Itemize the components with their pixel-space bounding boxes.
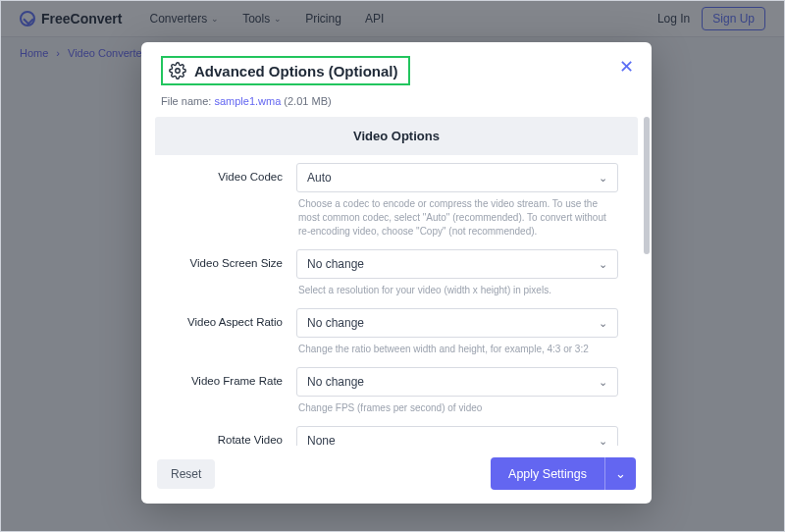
select-value: Auto bbox=[307, 171, 332, 185]
close-icon[interactable]: ✕ bbox=[619, 58, 634, 76]
file-name: sample1.wma bbox=[214, 95, 281, 107]
file-info: File name: sample1.wma (2.01 MB) bbox=[141, 95, 652, 117]
modal-title: Advanced Options (Optional) bbox=[194, 63, 398, 80]
option-hint: Change the ratio between width and heigh… bbox=[296, 338, 618, 359]
select-value: No change bbox=[307, 375, 364, 389]
option-label: Video Frame Rate bbox=[175, 367, 283, 418]
video-frame-rate-select[interactable]: No change ⌄ bbox=[296, 367, 618, 397]
chevron-down-icon: ⌄ bbox=[599, 258, 607, 271]
modal-title-group: Advanced Options (Optional) bbox=[161, 56, 410, 85]
option-label: Video Screen Size bbox=[175, 249, 283, 300]
modal-footer: Reset Apply Settings ⌄ bbox=[141, 446, 652, 504]
chevron-down-icon: ⌄ bbox=[615, 466, 626, 481]
apply-dropdown-button[interactable]: ⌄ bbox=[604, 457, 636, 490]
option-label: Rotate Video bbox=[175, 426, 283, 446]
svg-point-0 bbox=[176, 69, 181, 74]
modal-header: Advanced Options (Optional) ✕ bbox=[141, 42, 652, 95]
reset-button[interactable]: Reset bbox=[157, 459, 215, 489]
option-hint: Choose a codec to encode or compress the… bbox=[296, 192, 618, 241]
gear-icon bbox=[169, 62, 186, 80]
video-aspect-ratio-select[interactable]: No change ⌄ bbox=[296, 308, 618, 338]
option-label: Video Codec bbox=[175, 163, 283, 241]
section-header-video: Video Options bbox=[155, 117, 638, 155]
chevron-down-icon: ⌄ bbox=[599, 376, 607, 389]
file-label: File name: bbox=[161, 95, 211, 107]
chevron-down-icon: ⌄ bbox=[599, 172, 607, 185]
rotate-video-select[interactable]: None ⌄ bbox=[296, 426, 618, 446]
video-codec-select[interactable]: Auto ⌄ bbox=[296, 163, 618, 192]
select-value: No change bbox=[307, 316, 364, 330]
option-hint: Select a resolution for your video (widt… bbox=[296, 279, 618, 300]
select-value: None bbox=[307, 434, 336, 446]
apply-button-group: Apply Settings ⌄ bbox=[491, 457, 636, 490]
option-hint: Change FPS (frames per second) of video bbox=[296, 397, 618, 418]
apply-settings-button[interactable]: Apply Settings bbox=[491, 457, 604, 490]
file-size: (2.01 MB) bbox=[284, 95, 331, 107]
option-label: Video Aspect Ratio bbox=[175, 308, 283, 359]
select-value: No change bbox=[307, 257, 364, 271]
chevron-down-icon: ⌄ bbox=[599, 317, 607, 330]
chevron-down-icon: ⌄ bbox=[599, 435, 607, 447]
options-scroll-area[interactable]: Video Options Video Codec Auto ⌄ Choose … bbox=[141, 117, 652, 446]
option-row-codec: Video Codec Auto ⌄ Choose a codec to enc… bbox=[155, 155, 638, 241]
option-row-aspect: Video Aspect Ratio No change ⌄ Change th… bbox=[155, 300, 638, 359]
option-row-rotate: Rotate Video None ⌄ Video will be rotate… bbox=[155, 418, 638, 446]
video-screen-size-select[interactable]: No change ⌄ bbox=[296, 249, 618, 279]
option-row-fps: Video Frame Rate No change ⌄ Change FPS … bbox=[155, 359, 638, 418]
advanced-options-modal: Advanced Options (Optional) ✕ File name:… bbox=[141, 42, 652, 504]
option-row-size: Video Screen Size No change ⌄ Select a r… bbox=[155, 241, 638, 300]
scrollbar-thumb[interactable] bbox=[644, 117, 650, 254]
